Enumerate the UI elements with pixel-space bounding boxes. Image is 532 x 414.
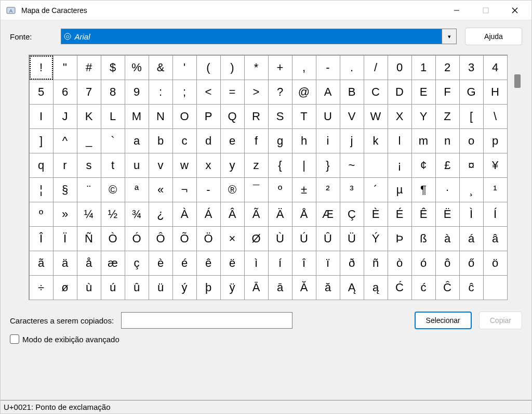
char-cell[interactable]: ô xyxy=(435,251,460,276)
char-cell[interactable]: Ô xyxy=(149,226,173,251)
char-cell[interactable]: - xyxy=(196,177,221,202)
char-cell[interactable]: f xyxy=(244,128,269,153)
char-cell[interactable]: q xyxy=(29,153,54,178)
char-cell[interactable]: / xyxy=(364,55,388,80)
char-cell[interactable]: i xyxy=(316,128,340,153)
char-cell[interactable]: « xyxy=(149,177,173,202)
char-cell[interactable]: Û xyxy=(316,226,340,251)
char-cell[interactable]: À xyxy=(172,202,197,227)
char-cell[interactable]: t xyxy=(101,153,125,178)
char-cell[interactable]: & xyxy=(149,55,173,80)
char-cell[interactable]: x xyxy=(196,153,221,178)
char-cell[interactable]: È xyxy=(364,202,388,227)
char-cell[interactable]: W xyxy=(364,104,388,129)
char-cell[interactable]: $ xyxy=(101,55,125,80)
char-cell[interactable]: R xyxy=(244,104,269,129)
char-cell[interactable]: 9 xyxy=(125,80,149,105)
char-cell[interactable]: Ă xyxy=(292,275,316,300)
char-cell[interactable]: 1 xyxy=(411,55,436,80)
char-cell[interactable]: \ xyxy=(483,104,508,129)
chevron-down-icon[interactable]: ▾ xyxy=(442,29,456,44)
char-cell[interactable]: U xyxy=(316,104,340,129)
char-cell[interactable]: D xyxy=(388,80,412,105)
char-cell[interactable]: ¬ xyxy=(172,177,197,202)
char-cell[interactable]: 2 xyxy=(435,55,460,80)
char-cell[interactable]: } xyxy=(316,153,340,178)
char-cell[interactable]: × xyxy=(220,226,245,251)
char-cell[interactable]: _ xyxy=(77,128,101,153)
char-cell[interactable]: Ó xyxy=(125,226,149,251)
char-cell[interactable]: Ā xyxy=(244,275,269,300)
char-cell[interactable]: j xyxy=(340,128,364,153)
char-cell[interactable]: Ç xyxy=(340,202,364,227)
char-cell[interactable]: M xyxy=(125,104,149,129)
char-cell[interactable]: y xyxy=(220,153,245,178)
char-cell[interactable]: Ý xyxy=(364,226,388,251)
char-cell[interactable]: ą xyxy=(364,275,388,300)
char-cell[interactable]: Ú xyxy=(292,226,316,251)
char-cell[interactable]: ā xyxy=(268,275,292,300)
char-cell[interactable]: J xyxy=(53,104,77,129)
char-cell[interactable]: ¶ xyxy=(411,177,436,202)
char-cell[interactable]: Ñ xyxy=(77,226,101,251)
char-cell[interactable]: Ä xyxy=(268,202,292,227)
char-cell[interactable]: » xyxy=(53,202,77,227)
char-cell[interactable]: ¥ xyxy=(483,153,508,178)
minimize-button[interactable] xyxy=(442,1,471,20)
char-cell[interactable]: Ĉ xyxy=(435,275,460,300)
char-cell[interactable]: : xyxy=(149,80,173,105)
char-cell[interactable]: k xyxy=(364,128,388,153)
char-cell[interactable]: ć xyxy=(411,275,436,300)
char-cell[interactable]: # xyxy=(77,55,101,80)
char-cell[interactable]: Ì xyxy=(459,202,484,227)
char-cell[interactable]: ~ xyxy=(340,153,364,178)
char-cell[interactable]: Ã xyxy=(244,202,269,227)
char-cell[interactable]: = xyxy=(220,80,245,105)
char-cell[interactable]: u xyxy=(125,153,149,178)
char-cell[interactable]: ¦ xyxy=(29,177,54,202)
char-cell[interactable]: è xyxy=(149,251,173,276)
char-cell[interactable]: å xyxy=(77,251,101,276)
char-cell[interactable]: ß xyxy=(411,226,436,251)
char-cell[interactable]: ø xyxy=(53,275,77,300)
char-cell[interactable]: Ą xyxy=(340,275,364,300)
char-cell[interactable]: ä xyxy=(53,251,77,276)
char-cell[interactable]: þ xyxy=(196,275,221,300)
char-cell[interactable]: Q xyxy=(220,104,245,129)
char-cell[interactable]: > xyxy=(244,80,269,105)
char-cell[interactable]: N xyxy=(149,104,173,129)
char-cell[interactable]: â xyxy=(483,226,508,251)
char-cell[interactable]: ^ xyxy=(53,128,77,153)
char-cell[interactable]: û xyxy=(125,275,149,300)
char-cell[interactable]: ( xyxy=(196,55,221,80)
char-cell[interactable]: 8 xyxy=(101,80,125,105)
char-cell[interactable]: ? xyxy=(268,80,292,105)
char-cell[interactable]: O xyxy=(172,104,197,129)
char-cell[interactable]: Í xyxy=(483,202,508,227)
char-cell[interactable]: Å xyxy=(292,202,316,227)
copy-input[interactable] xyxy=(121,312,292,329)
char-cell[interactable]: ò xyxy=(388,251,412,276)
char-cell[interactable]: ! xyxy=(29,55,54,80)
char-cell[interactable]: Y xyxy=(411,104,436,129)
help-button[interactable]: Ajuda xyxy=(465,28,522,45)
char-cell[interactable]: ì xyxy=(244,251,269,276)
char-cell[interactable]: V xyxy=(340,104,364,129)
char-cell[interactable]: E xyxy=(411,80,436,105)
char-cell[interactable]: ` xyxy=(101,128,125,153)
char-cell[interactable]: 5 xyxy=(29,80,54,105)
char-cell[interactable]: ; xyxy=(172,80,197,105)
char-cell[interactable]: + xyxy=(268,55,292,80)
char-cell[interactable]: ½ xyxy=(101,202,125,227)
char-cell[interactable]: Ö xyxy=(196,226,221,251)
font-select[interactable]: O Arial ▾ xyxy=(61,29,457,44)
char-cell[interactable]: 7 xyxy=(77,80,101,105)
char-cell[interactable]: ÷ xyxy=(29,275,54,300)
char-cell[interactable]: ý xyxy=(172,275,197,300)
char-cell[interactable]: ¸ xyxy=(459,177,484,202)
advanced-checkbox[interactable] xyxy=(10,334,19,344)
char-cell[interactable]: n xyxy=(435,128,460,153)
copy-button[interactable]: Copiar xyxy=(479,312,522,329)
char-cell[interactable]: ü xyxy=(149,275,173,300)
char-cell[interactable]: % xyxy=(125,55,149,80)
